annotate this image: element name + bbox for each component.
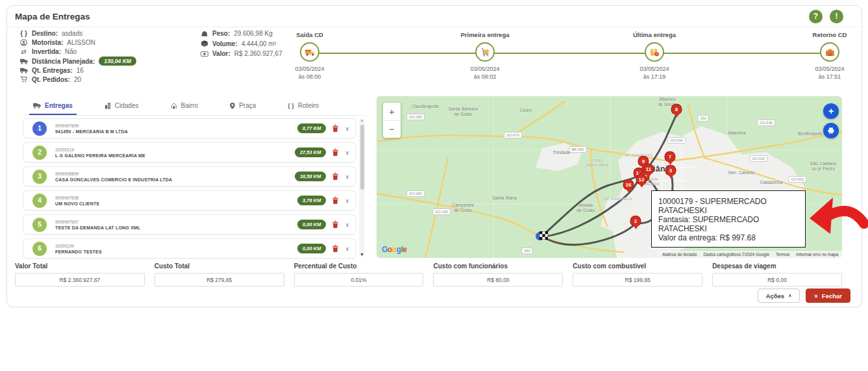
acoes-button[interactable]: Ações ∧ [758,288,800,303]
map-place-label: Caldazinha [760,180,782,185]
tab-entregas[interactable]: Entregas [29,99,77,115]
action-buttons: Ações ∧ × Fechar [758,288,850,303]
map-place-label: Claudinápolis [412,104,439,109]
depot-flag-marker[interactable] [539,231,548,242]
delivery-code: 10000199 [55,244,102,248]
package-clock-icon [645,42,664,62]
tab-cidades[interactable]: Cidades [101,99,143,115]
expand-delivery-chevron-icon[interactable]: ∨ [345,246,349,252]
pin-icon [230,103,235,109]
road-label: GO-070 [504,132,522,138]
delivery-seq-badge: 4 [32,194,47,208]
map-marker[interactable]: 7 [665,151,676,162]
red-annotation-arrow [810,192,868,240]
road-label: GO-020 [749,155,767,162]
delivery-map[interactable]: + − + ClaudinápolisSanta Bárbara de Goiá… [377,96,842,258]
delivery-seq-badge: 2 [32,146,47,160]
summary-invertida: ⇄ Invertida: Não [19,48,136,55]
zoom-in-button[interactable]: + [383,103,401,121]
map-marker[interactable]: 8 [671,104,682,115]
valor-total-value: R$ 2.360.927,67 [15,273,145,287]
building-icon [171,103,177,109]
expand-delivery-chevron-icon[interactable]: ∨ [345,149,349,156]
delivery-item[interactable]: 6 10000199 FERNANDO TESTES 0,00 KM ∨ [23,238,356,259]
delivery-item[interactable]: 5 9999997697 TESTE DA DEMANDA LAT LONG X… [23,214,356,235]
attrib-keyboard[interactable]: Atalhos do teclado [662,252,697,257]
expand-delivery-chevron-icon[interactable]: ∨ [345,222,349,228]
delivery-item[interactable]: 2 10000214 L G GALENO PEREIRA MERCEARIA … [23,142,356,162]
tooltip-title: 10000179 - SUPERMERCADO RATACHESKI [658,197,799,215]
delete-delivery-button[interactable] [332,173,338,180]
truck-icon [19,68,28,73]
city-icon [105,103,111,109]
mapa-de-entregas-page: Mapa de Entregas ? ! { } Destino: asdads… [0,0,868,371]
tooltip-fantasia: Fantasia: SUPERMERCADO RATACHESKI [658,215,799,233]
alert-icon[interactable]: ! [830,10,843,23]
close-x-icon: × [814,292,818,300]
delivery-distance-badge: 3,76 KM [297,196,326,205]
delete-delivery-button[interactable] [332,149,338,156]
map-print-button[interactable] [823,123,839,138]
fechar-button[interactable]: × Fechar [806,288,850,303]
delivery-name: TESTE DA DEMANDA LAT LONG XML [55,225,141,230]
delivery-item[interactable]: 3 9999996899 CASA GONCALVES COMERCIO E I… [23,166,356,186]
delivery-name: FERNANDO TESTES [55,249,102,254]
delivery-item[interactable]: 4 9999997698 UM NOVO CLIENTE 3,76 KM ∨ [23,190,356,211]
route-icon: { } [19,30,28,37]
delivery-distance-badge: 0,77 KM [297,123,326,133]
delivery-distance-badge: 27,53 KM [295,147,327,157]
custo-total-value: R$ 279,65 [155,273,284,287]
google-logo[interactable]: Google [382,245,406,254]
total-despesas-viagem: Despesas de viagem R$ 0,00 [712,262,842,287]
cube-icon [200,40,208,47]
delivery-seq-badge: 5 [32,218,47,232]
expand-delivery-chevron-icon[interactable]: ∨ [345,173,349,180]
driver-icon [19,39,28,46]
scrollbar-thumb[interactable] [360,125,364,190]
delivery-name: CASA GONCALVES COMERCIO E INDUSTRIA LTDA [55,177,172,182]
summary-qt-entregas: Qt. Entregas: 16 [19,67,136,74]
delivery-item[interactable]: 1 9999997699 941450 - MERCEARIA B M LTDA… [23,118,356,138]
summary-destino: { } Destino: asdads [19,30,136,37]
page-title: Mapa de Entregas [15,12,90,21]
delivery-texts: 10000199 FERNANDO TESTES [55,244,102,254]
map-attribution: Atalhos do teclado Dados cartográficos ©… [658,251,842,258]
scroll-down-icon[interactable]: ▼ [359,252,365,257]
attrib-terms[interactable]: Termos [776,252,789,257]
tab-praca[interactable]: Praça [226,99,260,115]
scroll-up-icon[interactable]: ▲ [359,118,365,122]
map-marker[interactable]: 3 [665,165,676,176]
planned-distance-badge: 130,04 KM [99,57,136,66]
truck-icon [33,103,41,109]
delivery-code: 9999997699 [55,123,128,128]
map-marker[interactable]: 11 [643,164,654,175]
percentual-custo-value: 0.01% [294,273,424,287]
zoom-out-button[interactable]: − [383,121,401,138]
list-scrollbar[interactable]: ▲ ▼ [359,118,365,257]
delivery-texts: 10000214 L G GALENO PEREIRA MERCEARIA ME [55,147,145,158]
map-add-button[interactable]: + [823,103,839,119]
tab-roteiro[interactable]: { } Roteiro [284,99,323,115]
delivery-name: L G GALENO PEREIRA MERCEARIA ME [55,153,145,158]
expand-delivery-chevron-icon[interactable]: ∨ [345,125,349,132]
delete-delivery-button[interactable] [332,221,338,228]
map-marker[interactable]: 2 [630,216,641,227]
delete-delivery-button[interactable] [332,197,338,204]
timeline-stop-retorno-cd: Retorno CD 03/05/2024 às 17:51 [787,31,868,80]
total-custo-combustivel: Custo com combustivel R$ 199,65 [573,262,702,287]
expand-delivery-chevron-icon[interactable]: ∨ [345,198,349,204]
truck-depart-icon [300,42,319,62]
map-place-label: Cedro [519,108,532,113]
map-marker[interactable]: 16 [623,179,634,190]
marker-tooltip: 10000179 - SUPERMERCADO RATACHESKI Fanta… [651,190,806,248]
map-place-label: Campestre de Goiás [452,203,474,214]
delete-delivery-button[interactable] [332,125,338,132]
money-icon [200,51,208,57]
delete-delivery-button[interactable] [332,245,338,252]
road-label: GO-060 [406,114,425,120]
totals-row: Valor Total R$ 2.360.927,67 Custo Total … [15,262,842,287]
delivery-name: 941450 - MERCEARIA B M LTDA [55,129,128,134]
attrib-report[interactable]: Informar erro no mapa [796,252,838,257]
tab-bairro[interactable]: Bairro [167,99,203,115]
help-icon[interactable]: ? [809,10,823,23]
